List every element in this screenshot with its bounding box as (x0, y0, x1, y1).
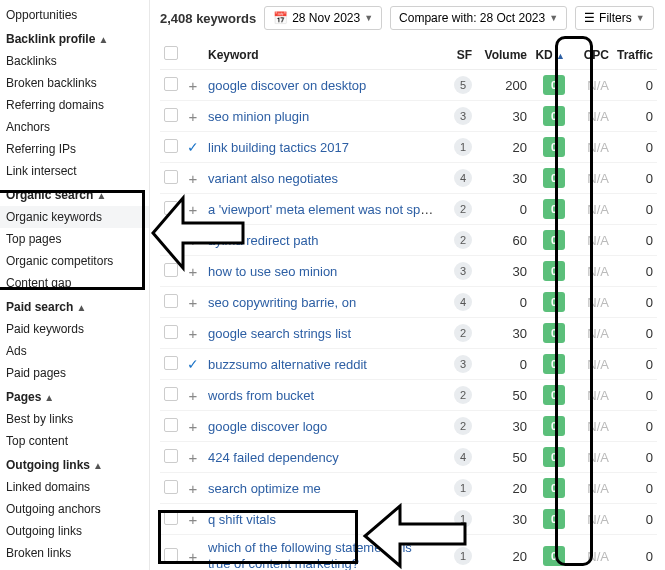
plus-icon[interactable]: + (186, 77, 200, 94)
sidebar-item-link-intersect[interactable]: Link intersect (0, 160, 149, 182)
sidebar-item-outgoing-links[interactable]: Outgoing links (0, 520, 149, 542)
sidebar-item-referring-domains[interactable]: Referring domains (0, 94, 149, 116)
kd-badge: 0 (543, 416, 565, 436)
row-checkbox[interactable] (164, 548, 178, 562)
row-checkbox[interactable] (164, 356, 178, 370)
sidebar-item-organic-keywords[interactable]: Organic keywords (0, 206, 149, 228)
col-cpc[interactable]: CPC (569, 40, 613, 70)
keyword-link[interactable]: seo copywriting barrie, on (208, 295, 356, 310)
plus-icon[interactable]: + (186, 108, 200, 125)
row-checkbox[interactable] (164, 232, 178, 246)
col-traffic[interactable]: Traffic (613, 40, 657, 70)
plus-icon[interactable]: + (186, 325, 200, 342)
checkbox-all[interactable] (164, 46, 178, 60)
plus-icon[interactable]: + (186, 480, 200, 497)
col-kd[interactable]: KD ▲ (531, 40, 569, 70)
row-checkbox[interactable] (164, 449, 178, 463)
plus-icon[interactable]: + (186, 170, 200, 187)
keyword-link[interactable]: a 'viewport' meta element was not specif… (208, 202, 440, 217)
sidebar-item-linked-domains[interactable]: Linked domains (0, 476, 149, 498)
plus-icon[interactable]: + (186, 387, 200, 404)
plus-icon[interactable]: + (186, 201, 200, 218)
plus-icon[interactable]: + (186, 418, 200, 435)
volume-cell: 50 (476, 380, 531, 411)
sidebar-item-broken-links[interactable]: Broken links (0, 542, 149, 564)
sidebar-group-organic[interactable]: Organic search▲ (0, 182, 149, 206)
date-picker-button[interactable]: 📅 28 Nov 2023 ▼ (264, 6, 382, 30)
row-checkbox[interactable] (164, 418, 178, 432)
row-checkbox[interactable] (164, 263, 178, 277)
plus-icon[interactable]: + (186, 511, 200, 528)
sidebar-item-broken-backlinks[interactable]: Broken backlinks (0, 72, 149, 94)
row-checkbox[interactable] (164, 387, 178, 401)
cpc-cell: N/A (569, 225, 613, 256)
keyword-link[interactable]: google search strings list (208, 326, 351, 341)
row-checkbox[interactable] (164, 325, 178, 339)
sidebar-item-outgoing-anchors[interactable]: Outgoing anchors (0, 498, 149, 520)
plus-icon[interactable]: + (186, 548, 200, 565)
keyword-link[interactable]: how to use seo minion (208, 264, 337, 279)
sf-badge: 3 (454, 355, 472, 373)
plus-icon[interactable]: + (186, 263, 200, 280)
traffic-cell: 0 (613, 194, 657, 225)
sidebar-item-content-gap[interactable]: Content gap (0, 272, 149, 294)
sidebar-item-organic-competitors[interactable]: Organic competitors (0, 250, 149, 272)
cpc-cell: N/A (569, 101, 613, 132)
plus-icon[interactable]: + (186, 294, 200, 311)
sidebar-item-top-pages[interactable]: Top pages (0, 228, 149, 250)
keyword-link[interactable]: ayima redirect path (208, 233, 319, 248)
keyword-link[interactable]: buzzsumo alternative reddit (208, 357, 367, 372)
toolbar: 2,408 keywords 📅 28 Nov 2023 ▼ Compare w… (160, 6, 657, 30)
kd-badge: 0 (543, 354, 565, 374)
keyword-link[interactable]: google discover logo (208, 419, 327, 434)
sidebar-item-referring-ips[interactable]: Referring IPs (0, 138, 149, 160)
sidebar: Opportunities Backlink profile▲ Backlink… (0, 0, 150, 570)
keyword-link[interactable]: which of the following statements is tru… (208, 540, 412, 570)
keyword-link[interactable]: link building tactics 2017 (208, 140, 349, 155)
sidebar-item-paid-keywords[interactable]: Paid keywords (0, 318, 149, 340)
sidebar-item-best-by-links[interactable]: Best by links (0, 408, 149, 430)
volume-cell: 30 (476, 411, 531, 442)
row-checkbox[interactable] (164, 139, 178, 153)
keyword-link[interactable]: search optimize me (208, 481, 321, 496)
keyword-link[interactable]: 424 failed dependency (208, 450, 339, 465)
plus-icon[interactable]: + (186, 449, 200, 466)
keyword-link[interactable]: google discover on desktop (208, 78, 366, 93)
cpc-cell: N/A (569, 535, 613, 571)
volume-cell: 50 (476, 442, 531, 473)
sidebar-item-paid-pages[interactable]: Paid pages (0, 362, 149, 384)
sidebar-group-paid[interactable]: Paid search▲ (0, 294, 149, 318)
compare-button[interactable]: Compare with: 28 Oct 2023 ▼ (390, 6, 567, 30)
sidebar-item-ads[interactable]: Ads (0, 340, 149, 362)
keyword-link[interactable]: q shift vitals (208, 512, 276, 527)
row-checkbox[interactable] (164, 77, 178, 91)
row-checkbox[interactable] (164, 108, 178, 122)
row-checkbox[interactable] (164, 170, 178, 184)
sidebar-group-backlink[interactable]: Backlink profile▲ (0, 26, 149, 50)
keyword-link[interactable]: seo minion plugin (208, 109, 309, 124)
check-icon[interactable]: ✓ (186, 139, 200, 155)
col-keyword[interactable]: Keyword (204, 40, 440, 70)
sidebar-item-anchors[interactable]: Anchors (0, 116, 149, 138)
row-checkbox[interactable] (164, 201, 178, 215)
sidebar-item-backlinks[interactable]: Backlinks (0, 50, 149, 72)
keyword-link[interactable]: variant also negotiates (208, 171, 338, 186)
check-icon[interactable]: ✓ (186, 356, 200, 372)
row-checkbox[interactable] (164, 511, 178, 525)
sidebar-item-opportunities[interactable]: Opportunities (0, 4, 149, 26)
col-sf[interactable]: SF (440, 40, 476, 70)
cpc-cell: N/A (569, 194, 613, 225)
row-checkbox[interactable] (164, 294, 178, 308)
volume-cell: 0 (476, 349, 531, 380)
sidebar-group-pages[interactable]: Pages▲ (0, 384, 149, 408)
plus-icon[interactable]: + (186, 232, 200, 249)
caret-down-icon: ▼ (364, 13, 373, 23)
row-checkbox[interactable] (164, 480, 178, 494)
col-volume[interactable]: Volume (476, 40, 531, 70)
table-row: +variant also negotiates4300N/A0 (160, 163, 657, 194)
sf-badge: 1 (454, 510, 472, 528)
sidebar-item-top-content[interactable]: Top content (0, 430, 149, 452)
keyword-link[interactable]: words from bucket (208, 388, 314, 403)
sidebar-group-outgoing[interactable]: Outgoing links▲ (0, 452, 149, 476)
filters-button[interactable]: ☰ Filters ▼ (575, 6, 654, 30)
